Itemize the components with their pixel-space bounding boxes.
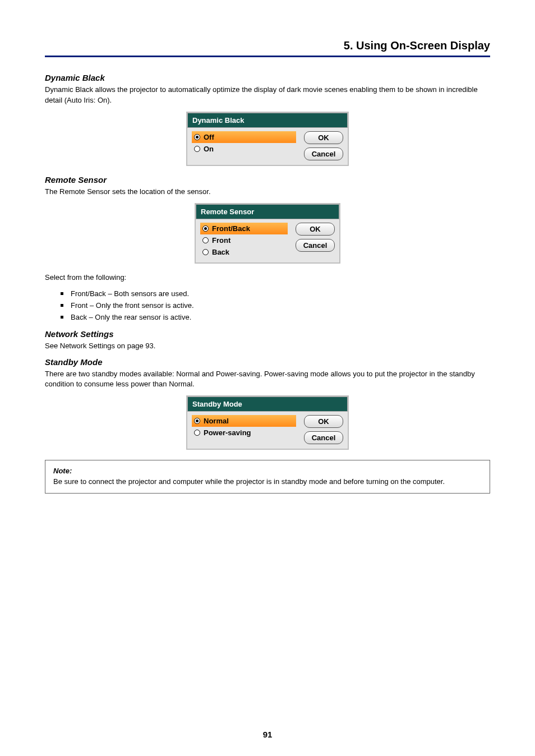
section-heading-network-settings: Network Settings: [45, 329, 490, 339]
osd-title: Remote Sensor: [196, 204, 339, 219]
ok-button[interactable]: OK: [304, 131, 343, 144]
cancel-button[interactable]: Cancel: [304, 431, 343, 444]
option-label: Back: [212, 248, 229, 256]
option-power-saving[interactable]: Power-saving: [192, 427, 296, 439]
osd-dynamic-black: Dynamic Black Off On OK: [186, 112, 349, 166]
paragraph-standby-mode: There are two standby modes available: N…: [45, 369, 490, 390]
cancel-button[interactable]: Cancel: [304, 147, 343, 160]
note-text: Be sure to connect the projector and com…: [53, 477, 482, 487]
radio-icon: [202, 249, 209, 255]
radio-icon: [202, 237, 209, 243]
ok-button[interactable]: OK: [296, 223, 335, 236]
osd-remote-sensor: Remote Sensor Front/Back Front: [195, 203, 340, 264]
osd-title: Dynamic Black: [187, 113, 348, 128]
note-label: Note:: [53, 467, 72, 475]
option-back[interactable]: Back: [200, 246, 288, 258]
radio-selected-icon: [194, 134, 200, 140]
option-label: Front: [212, 236, 230, 245]
radio-icon: [194, 146, 200, 152]
option-off[interactable]: Off: [192, 131, 296, 143]
option-normal[interactable]: Normal: [192, 415, 296, 427]
paragraph-network-settings: See Network Settings on page 93.: [45, 341, 490, 352]
option-label: On: [204, 145, 214, 153]
option-label: Power-saving: [204, 428, 251, 437]
paragraph-dynamic-black: Dynamic Black allows the projector to au…: [45, 85, 490, 106]
option-front-back[interactable]: Front/Back: [200, 223, 288, 234]
paragraph-select-from: Select from the following:: [45, 273, 490, 283]
header-rule: [45, 56, 490, 57]
option-on[interactable]: On: [192, 143, 296, 155]
radio-icon: [194, 430, 200, 436]
osd-standby-mode: Standby Mode Normal Power-saving OK: [186, 395, 349, 450]
chapter-title: 5. Using On-Screen Display: [45, 39, 490, 52]
ok-button[interactable]: OK: [304, 415, 343, 428]
remote-sensor-list: Front/Back – Both sensors are used. Fron…: [45, 288, 490, 323]
option-label: Front/Back: [212, 224, 250, 233]
radio-selected-icon: [202, 225, 209, 232]
section-heading-dynamic-black: Dynamic Black: [45, 73, 490, 82]
page-number: 91: [0, 730, 535, 739]
option-label: Normal: [204, 417, 229, 425]
list-item: Front – Only the front sensor is active.: [61, 300, 490, 312]
note-box: Note: Be sure to connect the projector a…: [45, 460, 490, 494]
osd-title: Standby Mode: [187, 397, 348, 412]
section-heading-standby-mode: Standby Mode: [45, 357, 490, 367]
section-heading-remote-sensor: Remote Sensor: [45, 175, 490, 185]
list-item: Back – Only the rear sensor is active.: [61, 312, 490, 324]
paragraph-remote-sensor: The Remote Sensor sets the location of t…: [45, 187, 490, 197]
cancel-button[interactable]: Cancel: [296, 239, 335, 252]
list-item: Front/Back – Both sensors are used.: [61, 288, 490, 300]
option-front[interactable]: Front: [200, 234, 288, 246]
radio-selected-icon: [194, 418, 200, 424]
option-label: Off: [204, 133, 214, 141]
